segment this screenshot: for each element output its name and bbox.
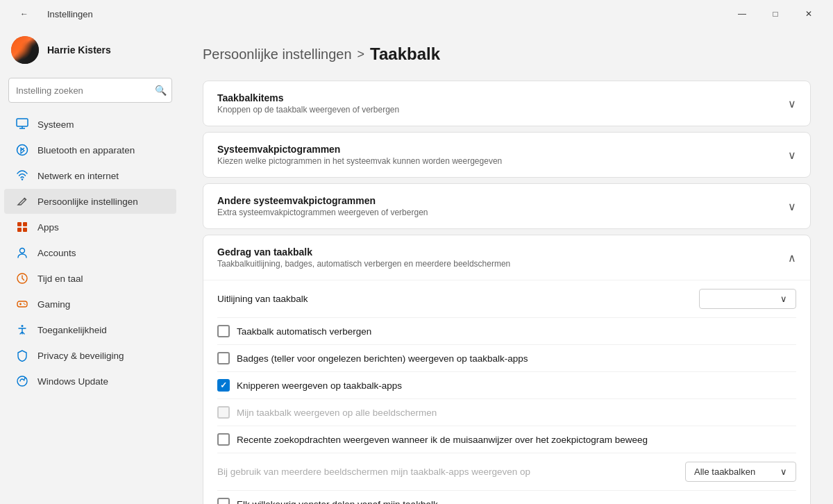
sidebar-item-gaming[interactable]: Gaming xyxy=(4,292,176,317)
section-gedrag-body: Uitlijning van taakbalk ∨ Taakbalk autom… xyxy=(203,280,810,504)
svg-rect-7 xyxy=(17,228,22,232)
maximize-button[interactable]: □ xyxy=(759,3,791,25)
svg-rect-6 xyxy=(23,222,27,226)
breadcrumb-separator: > xyxy=(357,47,365,62)
section-gedrag-header[interactable]: Gedrag van taakbalk Taakbalkuitlijning, … xyxy=(203,235,810,280)
content-area: Harrie Kisters 🔍 Systeem xyxy=(0,28,833,504)
checkbox-badges-row: Badges (teller voor ongelezen berichten)… xyxy=(217,345,796,372)
svg-point-14 xyxy=(24,303,25,304)
privacy-icon xyxy=(15,348,29,362)
sidebar-item-accounts[interactable]: Accounts xyxy=(4,240,176,265)
svg-point-15 xyxy=(24,304,26,305)
meerdere-beeldschermen-dropdown[interactable]: Alle taakbalken ∨ xyxy=(685,462,796,482)
update-icon xyxy=(15,374,29,388)
svg-rect-8 xyxy=(23,228,27,232)
bluetooth-icon xyxy=(15,143,29,157)
sidebar-item-bluetooth-label: Bluetooth en apparaten xyxy=(37,145,135,156)
section-systeemvak-title: Systeemvakpictogrammen xyxy=(217,144,788,155)
checkbox-alle-beeldschermen-row: Mijn taakbalk weergeven op alle beeldsch… xyxy=(217,399,796,426)
checkbox-recente[interactable] xyxy=(217,433,230,446)
meerdere-beeldschermen-row: Bij gebruik van meerdere beeldschermen m… xyxy=(217,453,796,491)
section-gedrag-title: Gedrag van taakbalk xyxy=(217,246,788,258)
title-bar: ← Instellingen — □ ✕ xyxy=(0,0,833,28)
sidebar-item-privacy[interactable]: Privacy & beveiliging xyxy=(4,343,176,368)
checkbox-alle-beeldschermen-label: Mijn taakbalk weergeven op alle beeldsch… xyxy=(237,408,437,418)
user-section: Harrie Kisters xyxy=(0,28,180,75)
sidebar-item-systeem-label: Systeem xyxy=(37,119,74,130)
checkbox-venster-delen[interactable] xyxy=(217,498,230,504)
section-gedrag: Gedrag van taakbalk Taakbalkuitlijning, … xyxy=(203,235,811,504)
toegankelijkheid-icon xyxy=(15,323,29,337)
checkbox-venster-delen-label: Elk willekeurig venster delen vanaf mijn… xyxy=(237,499,438,505)
sidebar-item-bluetooth[interactable]: Bluetooth en apparaten xyxy=(4,137,176,162)
sidebar-item-netwerk[interactable]: Netwerk en internet xyxy=(4,163,176,188)
tijd-icon xyxy=(15,271,29,285)
user-name: Harrie Kisters xyxy=(47,44,111,56)
sidebar-item-apps[interactable]: Apps xyxy=(4,215,176,240)
section-systeemvak-header[interactable]: Systeemvakpictogrammen Kiezen welke pict… xyxy=(203,133,810,177)
sidebar-nav: Systeem Bluetooth en apparaten xyxy=(0,111,180,394)
systeem-icon xyxy=(15,117,29,131)
window-title: Instellingen xyxy=(47,9,93,19)
section-andere-subtitle: Extra systeemvakpictogrammen weergeven o… xyxy=(217,208,788,217)
section-taakbalkitems-header[interactable]: Taakbalkitems Knoppen op de taakbalk wee… xyxy=(203,81,810,126)
search-box: 🔍 xyxy=(8,78,172,103)
section-gedrag-subtitle: Taakbalkuitlijning, badges, automatisch … xyxy=(217,259,788,269)
checkbox-alle-beeldschermen xyxy=(217,406,230,419)
apps-icon xyxy=(15,220,29,234)
section-andere-title-group: Andere systeemvakpictogrammen Extra syst… xyxy=(217,195,788,217)
svg-point-9 xyxy=(20,249,25,253)
svg-point-4 xyxy=(22,178,23,180)
svg-rect-5 xyxy=(17,222,22,226)
back-button[interactable]: ← xyxy=(8,3,40,25)
uitlijning-label: Uitlijning van taakbalk xyxy=(217,294,308,304)
section-systeemvak-title-group: Systeemvakpictogrammen Kiezen welke pict… xyxy=(217,144,788,166)
svg-rect-11 xyxy=(17,301,27,307)
section-andere-title: Andere systeemvakpictogrammen xyxy=(217,195,788,206)
section-taakbalkitems-subtitle: Knoppen op de taakbalk weergeven of verb… xyxy=(217,105,788,115)
sidebar-item-toegankelijkheid[interactable]: Toegankelijkheid xyxy=(4,317,176,342)
sidebar-item-systeem[interactable]: Systeem xyxy=(4,112,176,137)
gaming-icon xyxy=(15,297,29,311)
breadcrumb: Persoonlijke instellingen > Taakbalk xyxy=(203,44,811,64)
svg-rect-0 xyxy=(17,119,28,126)
sidebar-item-tijd[interactable]: Tijd en taal xyxy=(4,266,176,291)
svg-point-17 xyxy=(17,376,27,386)
sidebar-item-update[interactable]: Windows Update xyxy=(4,369,176,394)
accounts-icon xyxy=(15,246,29,260)
checkbox-knipperen[interactable] xyxy=(217,379,230,392)
section-taakbalkitems-title-group: Taakbalkitems Knoppen op de taakbalk wee… xyxy=(217,92,788,115)
close-button[interactable]: ✕ xyxy=(793,3,825,25)
sidebar-item-tijd-label: Tijd en taal xyxy=(37,274,83,284)
uitlijning-chevron: ∨ xyxy=(780,294,787,304)
sidebar-item-accounts-label: Accounts xyxy=(37,248,76,258)
uitlijning-dropdown[interactable]: ∨ xyxy=(699,289,796,309)
section-gedrag-title-group: Gedrag van taakbalk Taakbalkuitlijning, … xyxy=(217,246,788,269)
minimize-button[interactable]: — xyxy=(726,3,758,25)
checkbox-auto-verbergen[interactable] xyxy=(217,325,230,337)
checkbox-venster-delen-row: Elk willekeurig venster delen vanaf mijn… xyxy=(217,491,796,504)
checkbox-badges[interactable] xyxy=(217,352,230,364)
section-taakbalkitems-chevron: ∨ xyxy=(788,97,796,110)
search-icon: 🔍 xyxy=(155,85,167,96)
section-systeemvak: Systeemvakpictogrammen Kiezen welke pict… xyxy=(203,132,811,178)
section-andere: Andere systeemvakpictogrammen Extra syst… xyxy=(203,183,811,229)
window-controls: — □ ✕ xyxy=(726,3,825,25)
section-gedrag-chevron: ∧ xyxy=(788,251,796,264)
main-content: Persoonlijke instellingen > Taakbalk Taa… xyxy=(180,28,833,504)
window: ← Instellingen — □ ✕ Harrie Kisters 🔍 xyxy=(0,0,833,504)
breadcrumb-current: Taakbalk xyxy=(370,44,440,64)
search-input[interactable] xyxy=(8,78,172,103)
meerdere-beeldschermen-value: Alle taakbalken xyxy=(694,467,755,477)
section-taakbalkitems: Taakbalkitems Knoppen op de taakbalk wee… xyxy=(203,81,811,126)
section-andere-header[interactable]: Andere systeemvakpictogrammen Extra syst… xyxy=(203,184,810,228)
meerdere-beeldschermen-chevron: ∨ xyxy=(780,467,787,477)
avatar xyxy=(11,36,39,64)
svg-point-16 xyxy=(22,325,24,327)
checkbox-badges-label: Badges (teller voor ongelezen berichten)… xyxy=(237,353,528,364)
sidebar-item-update-label: Windows Update xyxy=(37,376,108,387)
checkbox-knipperen-label: Knipperen weergeven op taakbalk-apps xyxy=(237,380,402,391)
persoonlijk-icon xyxy=(15,194,29,208)
sidebar-item-persoonlijk[interactable]: Persoonlijke instellingen xyxy=(4,189,176,214)
title-bar-left: ← Instellingen xyxy=(8,3,93,25)
